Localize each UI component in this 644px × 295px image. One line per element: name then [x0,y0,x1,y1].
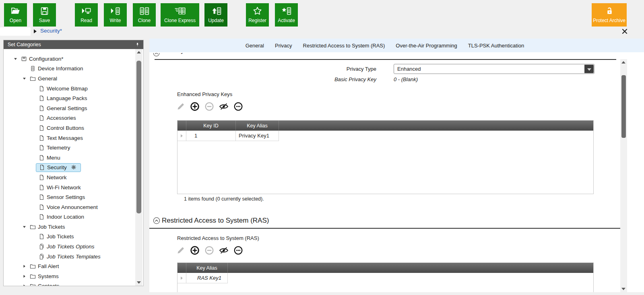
sidebar-item-contacts[interactable]: Contacts [4,281,143,286]
main-scrollbar[interactable] [620,59,627,292]
key-alias-cell[interactable]: Privacy Key1 [236,131,279,141]
sidebar-item-text-messages[interactable]: Text Messages [4,133,143,143]
gear-icon[interactable] [70,164,77,170]
sidebar-item-job-tickets-options[interactable]: Job Tickets Options [4,242,143,252]
activate-button[interactable]: Activate [275,3,298,27]
content-panel: General Privacy Restricted Access to Sys… [149,39,644,292]
more-ellipsis-icon[interactable] [233,101,244,112]
hide-eye-off-icon[interactable] [219,101,229,112]
remove-circle-icon[interactable] [204,101,215,112]
scroll-up-arrow-icon[interactable] [621,61,625,64]
read-button[interactable]: Read [75,3,98,27]
table-row[interactable]: RAS Key1 [178,273,593,283]
edit-pencil-icon[interactable] [176,246,186,255]
sidebar-item-menu[interactable]: Menu [4,153,143,163]
sidebar-item-security[interactable]: Security [4,163,143,173]
protect-archive-button[interactable]: Protect Archive [592,3,627,27]
save-button[interactable]: Save [33,3,56,27]
expander-right-icon[interactable] [20,274,29,279]
document-icon [37,135,45,141]
document-icon [37,85,45,92]
scroll-down-arrow-icon[interactable] [621,288,625,290]
ras-section-header[interactable]: Restricted Access to System (RAS) [153,217,269,225]
clone-button[interactable]: Clone [133,3,156,27]
expander-down-icon[interactable] [20,225,29,229]
sidebar-item-fall-alert[interactable]: Fall Alert [4,261,143,271]
sidebar-item-welcome-bitmap[interactable]: Welcome Bitmap [4,84,143,94]
open-button[interactable]: Open [4,3,27,27]
sidebar-item-wifi-network[interactable]: Wi-Fi Network [4,182,143,193]
tab-ras[interactable]: Restricted Access to System (RAS) [303,43,385,49]
protect-archive-button-label: Protect Archive [593,18,625,23]
sidebar-item-configuration[interactable]: Configuration* [4,54,143,64]
write-button-label: Write [110,18,121,23]
main-scrollbar-thumb[interactable] [621,75,626,138]
tree-scrollbar-thumb[interactable] [136,61,141,213]
sidebar-item-job-tickets-folder[interactable]: Job Tickets [4,222,143,232]
close-icon[interactable] [622,29,627,34]
basic-privacy-key-value: 0 - (Blank) [394,76,418,82]
expander-down-icon[interactable] [20,76,29,81]
tab-ota-programming[interactable]: Over-the-Air Programming [396,43,457,49]
breadcrumb[interactable]: Security* [40,28,62,34]
sidebar-item-job-tickets[interactable]: Job Tickets [4,232,143,242]
dropdown-arrow-icon[interactable] [584,65,594,73]
privacy-type-dropdown[interactable]: Enhanced [394,64,594,74]
table-row[interactable]: 1 Privacy Key1 [178,131,593,141]
update-button[interactable]: Update [204,3,227,27]
register-button[interactable]: Register [246,3,269,27]
enhanced-privacy-keys-label: Enhanced Privacy Keys [177,91,232,97]
expander-down-icon[interactable] [11,57,20,61]
pin-icon[interactable] [135,42,140,47]
padlock-open-icon [604,6,615,16]
row-selector-cell[interactable] [178,273,186,283]
sidebar-item-device-information[interactable]: Device Information [4,64,143,74]
edit-pencil-icon[interactable] [176,102,186,111]
write-button[interactable]: Write [104,3,127,27]
sidebar-item-sensor-settings[interactable]: Sensor Settings [4,192,143,202]
more-ellipsis-icon[interactable] [233,245,244,256]
sidebar-item-indoor-location[interactable]: Indoor Location [4,212,143,222]
key-id-cell[interactable]: 1 [186,131,236,141]
expander-right-icon[interactable] [20,284,29,286]
chevron-up-circle-icon[interactable] [153,53,160,57]
chevron-up-circle-icon[interactable] [153,217,160,224]
read-from-device-icon [81,6,92,16]
clone-express-button[interactable]: Clone Express [161,3,199,27]
expander-right-icon[interactable] [20,264,29,268]
tab-privacy[interactable]: Privacy [275,43,292,49]
sidebar-item-control-buttons[interactable]: Control Buttons [4,123,143,133]
scroll-down-arrow-icon[interactable] [137,281,141,284]
privacy-section-header: Privacy [153,53,354,59]
key-alias-cell[interactable]: RAS Key1 [186,273,228,283]
add-circle-icon[interactable] [190,101,200,112]
tab-general[interactable]: General [246,43,264,49]
sidebar-item-accessories[interactable]: Accessories [4,113,143,123]
add-circle-icon[interactable] [190,245,200,256]
sidebar-item-telemetry[interactable]: Telemetry [4,143,143,153]
hide-eye-off-icon[interactable] [219,245,229,256]
documents-stack-icon [37,253,45,260]
scroll-up-arrow-icon[interactable] [137,51,141,53]
table-header-row: Key Alias [178,263,593,273]
sidebar-item-systems[interactable]: Systems [4,271,143,281]
tab-tls-psk[interactable]: TLS-PSK Authentication [468,43,524,49]
privacy-type-label: Privacy Type [296,66,376,72]
key-alias-column-header[interactable]: Key Alias [186,263,228,273]
register-button-label: Register [248,18,266,23]
update-button-label: Update [208,18,224,23]
table-header-row: Key ID Key Alias [178,121,593,131]
remove-circle-icon[interactable] [204,245,215,256]
sidebar-item-general-settings[interactable]: General Settings [4,103,143,113]
basic-privacy-key-label: Basic Privacy Key [296,76,376,82]
key-id-column-header[interactable]: Key ID [186,121,236,131]
sidebar-item-job-tickets-templates[interactable]: Job Tickets Templates [4,252,143,262]
sidebar-item-voice-announcement[interactable]: Voice Announcement [4,202,143,212]
tree-scrollbar[interactable] [135,49,142,286]
sidebar-item-network[interactable]: Network [4,172,143,182]
key-alias-column-header[interactable]: Key Alias [236,121,279,131]
row-selector-cell[interactable] [178,131,186,141]
sidebar-item-language-packs[interactable]: Language Packs [4,93,143,103]
sidebar-item-general[interactable]: General [4,74,143,84]
breadcrumb-bar: Security* [0,27,644,37]
